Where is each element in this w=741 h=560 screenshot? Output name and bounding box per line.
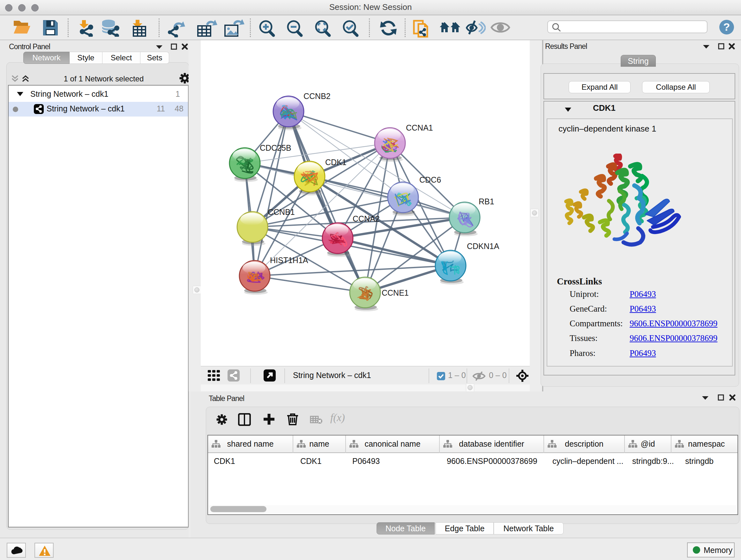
svg-text:RB1: RB1 xyxy=(479,197,494,206)
svg-text:?: ? xyxy=(724,21,730,33)
svg-text:CDKN1A: CDKN1A xyxy=(467,242,499,251)
svg-text:CCNA2: CCNA2 xyxy=(353,214,380,223)
svg-text:CCNB2: CCNB2 xyxy=(304,91,331,101)
svg-text:CDK1: CDK1 xyxy=(325,158,347,167)
svg-text:HIST1H1A: HIST1H1A xyxy=(270,256,308,265)
svg-text:CCNE1: CCNE1 xyxy=(382,288,409,297)
svg-text:CDC6: CDC6 xyxy=(419,175,441,184)
svg-text:CDC25B: CDC25B xyxy=(260,143,291,152)
svg-text:CCNA1: CCNA1 xyxy=(406,123,433,132)
svg-text:CCNB1: CCNB1 xyxy=(268,207,295,216)
